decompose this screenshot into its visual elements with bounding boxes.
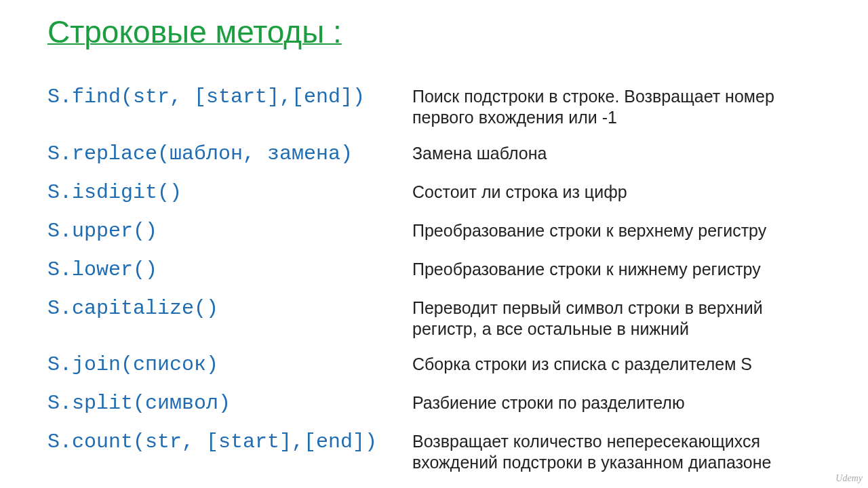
method-code: S.find(str, [start],[end]) (47, 84, 407, 110)
method-description: Преобразование строки к нижнему регистру (407, 257, 761, 280)
method-row: S.upper() Преобразование строки к верхне… (47, 218, 821, 245)
method-description: Переводит первый символ строки в верхний… (407, 296, 821, 340)
method-description: Возвращает количество непересекающихся в… (407, 429, 821, 474)
method-row: S.join(список) Сборка строки из списка с… (47, 352, 821, 378)
page-title: Строковые методы : (47, 14, 821, 50)
method-row: S.strip([chars]) Удаление пробельных сим… (47, 486, 821, 489)
method-code: S.replace(шаблон, замена) (47, 141, 407, 167)
method-code: S.count(str, [start],[end]) (47, 429, 407, 455)
method-code: S.join(список) (47, 352, 407, 378)
method-code: S.isdigit() (47, 180, 407, 206)
method-row: S.lower() Преобразование строки к нижнем… (47, 257, 821, 283)
watermark: Udemy (835, 473, 863, 484)
method-description: Удаление пробельных символов в начале и … (407, 486, 821, 489)
method-description: Поиск подстроки в строке. Возвращает ном… (407, 84, 821, 129)
method-row: S.replace(шаблон, замена) Замена шаблона (47, 141, 821, 167)
method-description: Сборка строки из списка с разделителем S (407, 352, 752, 375)
methods-list: S.find(str, [start],[end]) Поиск подстро… (47, 84, 821, 488)
method-description: Преобразование строки к верхнему регистр… (407, 218, 766, 241)
method-code: S.split(символ) (47, 390, 407, 417)
method-code: S.lower() (47, 257, 407, 283)
method-code: S.capitalize() (47, 296, 407, 322)
method-row: S.capitalize() Переводит первый символ с… (47, 296, 821, 340)
method-row: S.isdigit() Состоит ли строка из цифр (47, 180, 821, 206)
method-row: S.find(str, [start],[end]) Поиск подстро… (47, 84, 821, 129)
method-description: Разбиение строки по разделителю (407, 390, 685, 413)
method-description: Состоит ли строка из цифр (407, 180, 627, 203)
method-description: Замена шаблона (407, 141, 547, 164)
method-code: S.upper() (47, 218, 407, 245)
method-row: S.split(символ) Разбиение строки по разд… (47, 390, 821, 417)
method-code: S.strip([chars]) (47, 486, 407, 489)
method-row: S.count(str, [start],[end]) Возвращает к… (47, 429, 821, 474)
